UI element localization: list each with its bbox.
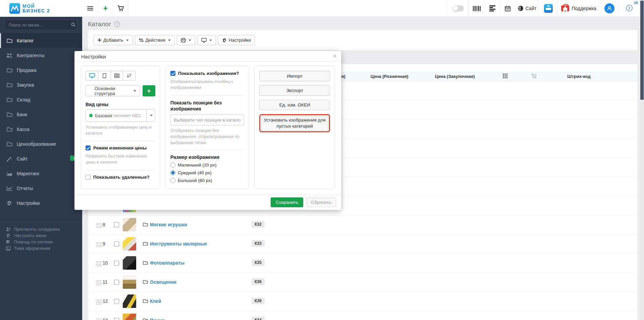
row-checkbox[interactable] bbox=[114, 222, 119, 227]
reset-button[interactable]: Сбросить bbox=[306, 197, 336, 207]
menu-search[interactable] bbox=[5, 20, 77, 30]
edit-mode-checkbox-row[interactable]: Режим изменения цены bbox=[86, 145, 155, 150]
set-empty-category-images-button[interactable]: Установить изображения для пустых катего… bbox=[261, 116, 328, 131]
category-thumbnail[interactable] bbox=[123, 237, 136, 250]
add-structure-button[interactable]: + bbox=[143, 85, 155, 96]
calendar-button[interactable] bbox=[500, 0, 515, 17]
app-logo[interactable]: МОЙ БИЗНЕС 2 bbox=[0, 0, 82, 17]
user-menu-button[interactable] bbox=[600, 0, 619, 17]
row-checkbox[interactable] bbox=[114, 241, 119, 246]
radio-selected[interactable] bbox=[170, 170, 175, 175]
checkbox-unchecked[interactable] bbox=[86, 175, 91, 180]
show-images-checkbox-row[interactable]: Показывать изображения? bbox=[170, 71, 244, 76]
view-desktop-button[interactable] bbox=[86, 71, 98, 81]
menu-toggle-button[interactable] bbox=[82, 0, 98, 17]
theme-link[interactable]: Тема оформления bbox=[5, 245, 82, 252]
export-button[interactable]: Экспорт bbox=[259, 85, 330, 96]
sidebar-item-marketing[interactable]: Маркетинг bbox=[0, 166, 82, 181]
radio-unselected[interactable] bbox=[170, 178, 175, 183]
category-link[interactable]: Фотоаппараты bbox=[150, 260, 184, 266]
drag-handle[interactable] bbox=[96, 222, 102, 229]
page-scrollbar-track[interactable] bbox=[640, 0, 644, 320]
users-icon bbox=[6, 53, 12, 58]
category-thumbnail[interactable] bbox=[123, 294, 136, 308]
row-checkbox[interactable] bbox=[114, 261, 119, 266]
row-checkbox[interactable] bbox=[114, 299, 119, 304]
show-deleted-checkbox-row[interactable]: Показывать удаленные? bbox=[86, 175, 155, 180]
drag-handle[interactable] bbox=[96, 260, 102, 267]
category-thumbnail[interactable] bbox=[123, 314, 136, 320]
system-help-link[interactable]: Помощь по системе bbox=[5, 239, 82, 245]
drag-handle[interactable] bbox=[96, 318, 102, 320]
magic-wand-icon bbox=[6, 156, 12, 162]
radio-unselected[interactable] bbox=[170, 163, 175, 168]
settings-button[interactable]: Настройки bbox=[218, 35, 255, 45]
sidebar-item-purchase[interactable]: Закупка bbox=[0, 78, 82, 92]
invite-employee-link[interactable]: Пригласить сотрудника bbox=[5, 226, 82, 232]
import-button[interactable]: Импорт bbox=[259, 71, 330, 81]
drag-handle[interactable] bbox=[96, 241, 102, 248]
sidebar-item-counterparties[interactable]: Контрагенты bbox=[0, 48, 82, 63]
checkbox-checked[interactable] bbox=[86, 145, 91, 150]
price-kind-select[interactable]: Базовая (включает НДС) bbox=[86, 109, 155, 122]
notifications-count-badge: 16 bbox=[634, 1, 638, 5]
barcode-scanner-button[interactable] bbox=[469, 0, 484, 17]
tasks-list-button[interactable] bbox=[484, 0, 500, 17]
actions-button[interactable]: Действия bbox=[135, 35, 175, 45]
sidebar-item-cashdesk[interactable]: Касса bbox=[0, 122, 82, 137]
green-dot-icon bbox=[89, 114, 93, 117]
print-button[interactable] bbox=[177, 35, 195, 45]
menu-search-input[interactable] bbox=[5, 22, 71, 28]
category-link[interactable]: Клей bbox=[150, 299, 161, 304]
sidebar-item-pricing[interactable]: Ценообразование bbox=[0, 137, 82, 151]
add-button[interactable]: Добавить bbox=[94, 35, 133, 45]
cart-button[interactable] bbox=[113, 0, 128, 17]
checkbox-checked[interactable] bbox=[170, 71, 175, 76]
mode-toggle[interactable] bbox=[447, 0, 469, 17]
modal-title: Настройки bbox=[81, 54, 106, 59]
drag-handle[interactable] bbox=[96, 299, 102, 306]
toggle-switch-off[interactable] bbox=[452, 5, 464, 11]
quick-add-button[interactable]: + bbox=[98, 0, 113, 17]
sort-button[interactable] bbox=[123, 71, 136, 81]
history-button[interactable]: 16 bbox=[619, 0, 640, 17]
row-checkbox[interactable] bbox=[114, 318, 119, 320]
site-button[interactable]: Сайт bbox=[515, 0, 539, 17]
category-thumbnail[interactable] bbox=[123, 256, 136, 270]
table-row: 12 Клей К39 bbox=[88, 292, 638, 311]
category-link[interactable]: Инструменты малярные bbox=[150, 241, 207, 246]
structure-select[interactable]: Основная структура bbox=[86, 85, 140, 96]
category-thumbnail[interactable] bbox=[123, 275, 136, 289]
show-images-label: Показывать изображения? bbox=[178, 71, 239, 76]
sidebar-item-label: Сайт bbox=[17, 156, 28, 162]
sidebar-item-reports[interactable]: Отчеты bbox=[0, 181, 82, 196]
display-button[interactable] bbox=[197, 35, 216, 45]
sidebar-item-site[interactable]: Сайт 4 bbox=[0, 151, 82, 166]
category-link[interactable]: Пицца bbox=[150, 318, 165, 320]
category-link[interactable]: Мягкие игрушки bbox=[150, 222, 187, 227]
sidebar-item-catalog[interactable]: Каталог bbox=[0, 33, 82, 48]
sidebar-item-bank[interactable]: Банк bbox=[0, 107, 82, 122]
view-table-button[interactable] bbox=[110, 71, 123, 81]
close-icon[interactable]: × bbox=[333, 53, 336, 60]
support-button[interactable]: Поддержка bbox=[557, 0, 600, 17]
app-shortcut-button[interactable] bbox=[539, 0, 557, 17]
help-icon[interactable]: ? bbox=[114, 21, 120, 27]
category-link[interactable]: Освещение bbox=[150, 279, 176, 285]
save-button[interactable]: Сохранить bbox=[271, 197, 303, 207]
folder-icon bbox=[6, 97, 12, 102]
position-type-input[interactable] bbox=[170, 115, 244, 126]
sidebar-item-settings[interactable]: Настройки bbox=[0, 196, 82, 211]
sidebar-item-sales[interactable]: Продажа bbox=[0, 63, 82, 78]
configure-menu-link[interactable]: Настроить меню bbox=[5, 232, 82, 239]
size-option-medium[interactable]: Средний (40 px) bbox=[170, 170, 244, 175]
drag-handle[interactable] bbox=[96, 279, 102, 286]
size-option-large[interactable]: Большой (80 px) bbox=[170, 178, 244, 183]
view-mobile-button[interactable] bbox=[98, 71, 111, 81]
okei-units-button[interactable]: Ед. изм. ОКЕИ bbox=[259, 100, 330, 110]
category-thumbnail[interactable] bbox=[123, 218, 136, 231]
sidebar-item-warehouse[interactable]: Склад bbox=[0, 92, 82, 107]
size-option-small[interactable]: Маленький (20 px) bbox=[170, 163, 244, 168]
page-scrollbar-thumb[interactable] bbox=[640, 1, 644, 100]
row-checkbox[interactable] bbox=[114, 280, 119, 285]
